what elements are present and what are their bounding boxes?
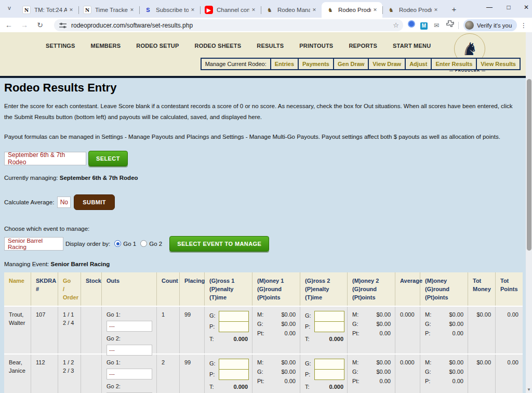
nav-results[interactable]: RESULTS: [257, 43, 284, 49]
profile-label: Verify it's you: [477, 22, 512, 29]
tab-rodeo-producer-2[interactable]: ♞ Rodeo Produce ✕: [382, 2, 443, 18]
gross2-g-input[interactable]: [314, 311, 344, 322]
maximize-button[interactable]: □: [500, 0, 517, 16]
minimize-button[interactable]: —: [481, 0, 498, 16]
tab-close-icon[interactable]: ✕: [249, 6, 258, 14]
browser-menu-icon[interactable]: ⋮: [519, 20, 528, 31]
gen-draw-button[interactable]: Gen Draw: [334, 59, 369, 69]
close-window-button[interactable]: ✕: [517, 0, 532, 16]
rodeo-select-row: September 6th & 7th Rodeo SELECT: [4, 151, 522, 166]
col-header-outs: Outs: [102, 272, 157, 306]
gross2-p-input[interactable]: [314, 321, 344, 332]
site-info-icon[interactable]: [58, 22, 68, 29]
gross1-g-input[interactable]: [219, 359, 249, 370]
nav-rodeo-setup[interactable]: RODEO SETUP: [136, 43, 179, 49]
url-text[interactable]: rodeoproducer.com/software/set-results.p…: [71, 22, 393, 29]
forward-button[interactable]: →: [18, 19, 31, 31]
view-draw-button[interactable]: View Draw: [369, 59, 406, 69]
select-event-button[interactable]: SELECT EVENT TO MANAGE: [169, 236, 269, 252]
go2-radio[interactable]: [140, 240, 147, 247]
scrollbar-thumb[interactable]: [527, 79, 531, 251]
nav-start-menu[interactable]: START MENU: [393, 43, 431, 49]
go1-radio[interactable]: [114, 240, 121, 247]
col-header-average: Average: [395, 272, 420, 306]
gross1-p-input[interactable]: [219, 321, 249, 332]
tab-notion-tm[interactable]: N TM: Tot:24 A:3, E ✕: [18, 2, 78, 18]
nav-reports[interactable]: REPORTS: [349, 43, 377, 49]
entries-button[interactable]: Entries: [271, 59, 299, 69]
gross1-g-input[interactable]: [219, 311, 249, 322]
tab-subscribe[interactable]: S Subscribe to Sir ✕: [139, 2, 200, 18]
nav-printouts[interactable]: PRINTOUTS: [299, 43, 333, 49]
submit-average-button[interactable]: SUBMIT: [74, 194, 115, 210]
horse-icon: ♞: [387, 6, 395, 14]
col-header-go-order: Go / Order: [58, 272, 81, 306]
g-label: G:: [305, 360, 314, 368]
pt-label: Pt:: [352, 377, 364, 387]
profile-button[interactable]: Verify it's you: [463, 19, 517, 31]
extension-blue-icon[interactable]: [406, 20, 417, 31]
notion-icon: N: [83, 6, 91, 14]
tab-close-icon[interactable]: ✕: [432, 6, 440, 14]
t-label: T:: [209, 383, 219, 391]
reload-button[interactable]: ↻: [33, 19, 47, 31]
tab-close-icon[interactable]: ✕: [189, 6, 197, 14]
go1-out-select[interactable]: ---: [107, 369, 152, 379]
tab-close-icon[interactable]: ✕: [371, 6, 379, 14]
calc-average-row: Calculate Average: No SUBMIT: [4, 194, 522, 210]
tab-search-chevron-icon[interactable]: v: [5, 5, 14, 13]
g-label: G:: [305, 312, 314, 320]
gross2-g-input[interactable]: [314, 359, 344, 370]
gross2-time-value: 0.000: [314, 335, 344, 344]
view-results-button[interactable]: View Results: [477, 59, 520, 69]
intro-paragraph-1: Enter the score for each contestant. Lea…: [4, 101, 522, 123]
tab-label: Rodeo Produce: [338, 7, 371, 13]
rodeo-select[interactable]: September 6th & 7th Rodeo: [4, 152, 86, 165]
tab-time-tracker[interactable]: N Time Tracker ✕: [78, 2, 139, 18]
table-body: Trout, Walter 107 1 / 1 2 / 4 Go 1: --- …: [4, 307, 523, 393]
intro-paragraph-2: Payout formulas can be managed in Settin…: [4, 132, 522, 142]
money1-g: $0.00: [269, 320, 296, 330]
gross1-time-value: 0.000: [219, 335, 249, 344]
go1-label: Go 1:: [107, 311, 156, 319]
bookmark-star-icon[interactable]: ☆: [393, 21, 399, 29]
tab-youtube-channel[interactable]: ▶ Channel conten ✕: [200, 2, 261, 18]
money1-cell: M:$0.00 G:$0.00 Pt:0.00: [252, 307, 300, 353]
go2-out-select[interactable]: ---: [107, 345, 152, 356]
col-header-tot-money: Tot Money: [468, 272, 496, 306]
extensions-puzzle-icon[interactable]: [445, 20, 455, 31]
enter-results-button[interactable]: Enter Results: [432, 59, 477, 69]
tab-close-icon[interactable]: ✕: [67, 6, 75, 14]
payments-button[interactable]: Payments: [299, 59, 334, 69]
extension-m-icon[interactable]: M: [419, 20, 429, 31]
g-label: G:: [257, 320, 269, 330]
money-final-p: 0.00: [436, 377, 463, 387]
col-header-name: Name: [4, 272, 31, 306]
tab-close-icon[interactable]: ✕: [310, 6, 318, 14]
g-label: G:: [425, 320, 436, 330]
adjust-button[interactable]: Adjust: [406, 59, 432, 69]
mail-extension-icon[interactable]: ✉: [431, 20, 442, 31]
tab-rodeo-producer-active[interactable]: ♞ Rodeo Produce ✕: [322, 2, 382, 18]
tab-rodeo-manager[interactable]: ♞ Rodeo Manage ✕: [261, 2, 322, 18]
placing-value: 99: [184, 311, 191, 318]
money-final-g: $0.00: [436, 368, 463, 377]
go2-label: Go 2:: [107, 335, 156, 343]
nav-rodeo-sheets[interactable]: RODEO SHEETS: [195, 43, 242, 49]
tab-close-icon[interactable]: ✕: [128, 6, 136, 14]
col-header-stock: Stock: [81, 272, 102, 306]
gross2-p-input[interactable]: [314, 369, 344, 380]
col-header-gross1: (G)ross 1 (P)enalty (T)ime: [205, 272, 252, 306]
page-scrollbar[interactable]: ▼: [526, 32, 532, 393]
go1-out-select[interactable]: ---: [107, 321, 152, 332]
scrollbar-down-arrow[interactable]: ▼: [526, 387, 532, 392]
new-tab-button[interactable]: +: [448, 4, 460, 16]
back-button[interactable]: ←: [2, 19, 16, 31]
nav-members[interactable]: MEMBERS: [91, 43, 121, 49]
select-rodeo-button[interactable]: SELECT: [88, 151, 128, 166]
address-bar[interactable]: rodeoproducer.com/software/set-results.p…: [54, 19, 403, 31]
nav-settings[interactable]: SETTINGS: [46, 43, 75, 49]
event-select[interactable]: Senior Barrel Racing: [4, 237, 63, 251]
calc-average-select[interactable]: No: [57, 197, 71, 208]
gross1-p-input[interactable]: [219, 369, 249, 380]
